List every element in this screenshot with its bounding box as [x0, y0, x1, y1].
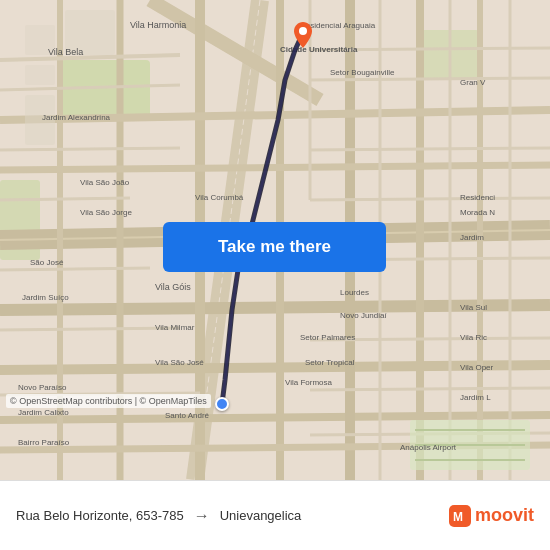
svg-text:Vila Sul: Vila Sul: [460, 303, 487, 312]
svg-line-26: [0, 268, 150, 270]
svg-text:Setor Palmares: Setor Palmares: [300, 333, 355, 342]
origin-pin: [215, 397, 229, 411]
svg-line-24: [0, 148, 180, 150]
svg-text:Vila Milmar: Vila Milmar: [155, 323, 195, 332]
svg-text:Vila Corumbá: Vila Corumbá: [195, 193, 244, 202]
svg-text:Santo André: Santo André: [165, 411, 210, 420]
svg-text:Jardim Calixto: Jardim Calixto: [18, 408, 69, 417]
svg-text:Novo Jundiaí: Novo Jundiaí: [340, 311, 387, 320]
svg-text:Novo Paraíso: Novo Paraíso: [18, 383, 67, 392]
svg-text:Residenci: Residenci: [460, 193, 495, 202]
map-attribution: © OpenStreetMap contributors | © OpenMap…: [6, 394, 211, 408]
svg-text:Gran V: Gran V: [460, 78, 486, 87]
svg-text:Cidade Universitária: Cidade Universitária: [280, 45, 358, 54]
svg-text:Jardim Alexandrina: Jardim Alexandrina: [42, 113, 111, 122]
route-to: Unievangelica: [220, 508, 302, 523]
svg-text:Bairro Paraíso: Bairro Paraíso: [18, 438, 70, 447]
svg-text:Vila Oper: Vila Oper: [460, 363, 494, 372]
svg-text:Jardim L: Jardim L: [460, 393, 491, 402]
svg-text:Vila Harmonia: Vila Harmonia: [130, 20, 186, 30]
svg-text:Vila Ric: Vila Ric: [460, 333, 487, 342]
svg-text:Vila São João: Vila São João: [80, 178, 130, 187]
svg-point-84: [299, 27, 307, 35]
svg-line-27: [0, 328, 180, 330]
route-from: Rua Belo Horizonte, 653-785: [16, 508, 184, 523]
svg-line-34: [310, 78, 550, 80]
svg-rect-1: [60, 60, 150, 120]
svg-line-39: [310, 388, 550, 390]
svg-line-36: [310, 198, 550, 200]
svg-text:Lourdes: Lourdes: [340, 288, 369, 297]
moovit-icon: M: [449, 505, 471, 527]
svg-line-35: [310, 148, 550, 150]
svg-rect-42: [25, 65, 55, 85]
svg-text:Vila Formosa: Vila Formosa: [285, 378, 333, 387]
svg-text:Vila São Jorge: Vila São Jorge: [80, 208, 132, 217]
svg-text:Vila Bela: Vila Bela: [48, 47, 83, 57]
moovit-text: moovit: [475, 505, 534, 526]
svg-text:Vila São José: Vila São José: [155, 358, 204, 367]
svg-line-20: [0, 165, 550, 170]
svg-text:Anápolis Airport: Anápolis Airport: [400, 443, 457, 452]
bottom-bar: Rua Belo Horizonte, 653-785 → Unievangel…: [0, 480, 550, 550]
svg-line-11: [0, 415, 550, 420]
map: Vila Harmonia Vila Bela Jardim Alexandri…: [0, 0, 550, 480]
svg-text:Setor Tropical: Setor Tropical: [305, 358, 355, 367]
svg-text:M: M: [453, 510, 463, 524]
svg-text:Jardim: Jardim: [460, 233, 484, 242]
moovit-logo: M moovit: [449, 505, 534, 527]
svg-text:Setor Bougainville: Setor Bougainville: [330, 68, 395, 77]
destination-pin: [294, 22, 312, 44]
route-arrow-icon: →: [194, 507, 210, 525]
svg-text:Jardim Suíço: Jardim Suíço: [22, 293, 69, 302]
route-info: Rua Belo Horizonte, 653-785 → Unievangel…: [16, 507, 449, 525]
svg-text:São José: São José: [30, 258, 64, 267]
svg-text:Morada N: Morada N: [460, 208, 495, 217]
take-me-there-button[interactable]: Take me there: [163, 222, 386, 272]
svg-line-25: [0, 198, 130, 200]
svg-text:Vila Góis: Vila Góis: [155, 282, 191, 292]
